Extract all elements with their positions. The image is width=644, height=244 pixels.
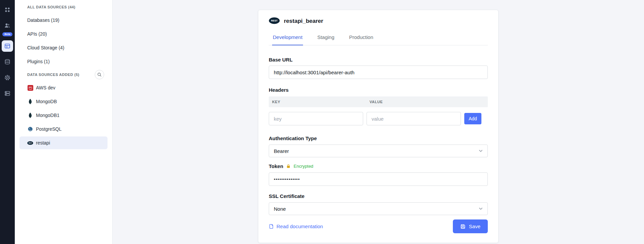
auth-type-label: Authentication Type bbox=[269, 135, 488, 141]
ssl-certificate-value: None bbox=[274, 206, 286, 212]
page-title: restapi_bearer bbox=[284, 18, 323, 25]
chevron-down-icon bbox=[479, 150, 483, 152]
sidebar-item-label: Cloud Storage (4) bbox=[27, 45, 65, 50]
ssl-certificate-label: SSL Certificate bbox=[269, 193, 488, 199]
sidebar-item-aws-dev[interactable]: aws AWS dev bbox=[19, 81, 108, 94]
lock-icon bbox=[286, 164, 291, 168]
sidebar-item-postgresql[interactable]: PostgreSQL bbox=[19, 123, 108, 135]
token-input[interactable] bbox=[269, 172, 488, 186]
beta-badge: Beta bbox=[2, 32, 12, 36]
headers-label: Headers bbox=[269, 87, 488, 93]
main-area: REST restapi_bearer Development Staging … bbox=[113, 0, 644, 244]
card-footer: Read documentation Save bbox=[269, 219, 488, 233]
card-header: REST restapi_bearer bbox=[269, 17, 488, 26]
sidebar-item-mongodb[interactable]: MongoDB bbox=[19, 95, 108, 108]
settings-gear-icon[interactable] bbox=[2, 72, 13, 83]
audit-logs-icon[interactable] bbox=[2, 88, 13, 99]
sidebar-item-label: APIs (20) bbox=[27, 31, 47, 37]
tab-production[interactable]: Production bbox=[348, 34, 374, 45]
mongodb-icon bbox=[27, 99, 33, 105]
read-documentation-label: Read documentation bbox=[276, 223, 323, 229]
save-button[interactable]: Save bbox=[453, 219, 488, 233]
base-url-label: Base URL bbox=[269, 57, 488, 63]
database-icon[interactable] bbox=[2, 56, 13, 68]
header-key-input[interactable] bbox=[269, 112, 363, 125]
postgresql-icon bbox=[27, 126, 33, 132]
search-button[interactable] bbox=[95, 70, 104, 79]
all-sources-header: ALL DATA SOURCES (44) bbox=[15, 1, 112, 13]
tab-development[interactable]: Development bbox=[272, 34, 303, 45]
header-input-row: Add bbox=[269, 112, 488, 125]
apps-grid-icon[interactable] bbox=[2, 4, 13, 15]
rest-api-icon: REST bbox=[27, 141, 33, 145]
svg-text:REST: REST bbox=[29, 142, 32, 144]
sidebar-item-databases[interactable]: Databases (19) bbox=[19, 14, 108, 27]
save-floppy-icon bbox=[460, 224, 466, 229]
token-label-row: Token Encrypted bbox=[269, 163, 488, 169]
sidebar-item-label: Plugins (1) bbox=[27, 59, 50, 64]
header-value-input[interactable] bbox=[367, 112, 461, 125]
users-icon[interactable] bbox=[2, 20, 13, 31]
svg-text:REST: REST bbox=[271, 19, 278, 22]
save-button-label: Save bbox=[469, 223, 480, 229]
add-header-button[interactable]: Add bbox=[464, 113, 481, 124]
all-sources-title: ALL DATA SOURCES (44) bbox=[27, 5, 75, 9]
sidebar-item-label: MongoDB1 bbox=[36, 113, 59, 118]
sidebar-item-cloud-storage[interactable]: Cloud Storage (4) bbox=[19, 41, 108, 54]
sidebar-item-label: AWS dev bbox=[36, 85, 55, 90]
datasource-config-card: REST restapi_bearer Development Staging … bbox=[258, 10, 499, 243]
key-column-header: KEY bbox=[272, 100, 370, 104]
read-documentation-link[interactable]: Read documentation bbox=[269, 223, 323, 229]
chevron-down-icon bbox=[479, 207, 483, 210]
token-label: Token bbox=[269, 163, 283, 169]
search-icon bbox=[97, 72, 102, 77]
sidebar-item-plugins[interactable]: Plugins (1) bbox=[19, 55, 108, 68]
base-url-input[interactable] bbox=[269, 66, 488, 79]
document-icon bbox=[269, 224, 274, 229]
added-sources-header: DATA SOURCES ADDED (5) bbox=[15, 69, 112, 80]
headers-table-head: KEY VALUE bbox=[269, 96, 488, 107]
added-sources-title: DATA SOURCES ADDED (5) bbox=[27, 73, 79, 77]
tab-staging[interactable]: Staging bbox=[316, 34, 335, 45]
rest-api-icon: REST bbox=[269, 17, 280, 26]
ssl-certificate-select[interactable]: None bbox=[269, 202, 488, 215]
sidebar-item-label: PostgreSQL bbox=[36, 126, 61, 132]
encrypted-badge: Encrypted bbox=[294, 164, 313, 169]
auth-type-value: Bearer bbox=[274, 148, 289, 154]
data-sources-icon[interactable] bbox=[2, 40, 13, 52]
sidebar-item-restapi[interactable]: REST restapi bbox=[19, 136, 108, 149]
datasources-sidebar: ALL DATA SOURCES (44) Databases (19) API… bbox=[15, 0, 113, 244]
environment-tabs: Development Staging Production bbox=[269, 34, 488, 45]
sidebar-item-label: Databases (19) bbox=[27, 17, 59, 23]
sidebar-item-mongodb1[interactable]: MongoDB1 bbox=[19, 109, 108, 122]
sidebar-item-label: restapi bbox=[36, 140, 50, 146]
auth-type-select[interactable]: Bearer bbox=[269, 145, 488, 157]
aws-icon: aws bbox=[27, 85, 33, 91]
value-column-header: VALUE bbox=[370, 100, 484, 104]
svg-text:aws: aws bbox=[29, 86, 32, 88]
sidebar-item-apis[interactable]: APIs (20) bbox=[19, 28, 108, 40]
sidebar-item-label: MongoDB bbox=[36, 99, 57, 104]
app-rail: Beta bbox=[0, 0, 15, 244]
mongodb-icon bbox=[27, 113, 33, 118]
